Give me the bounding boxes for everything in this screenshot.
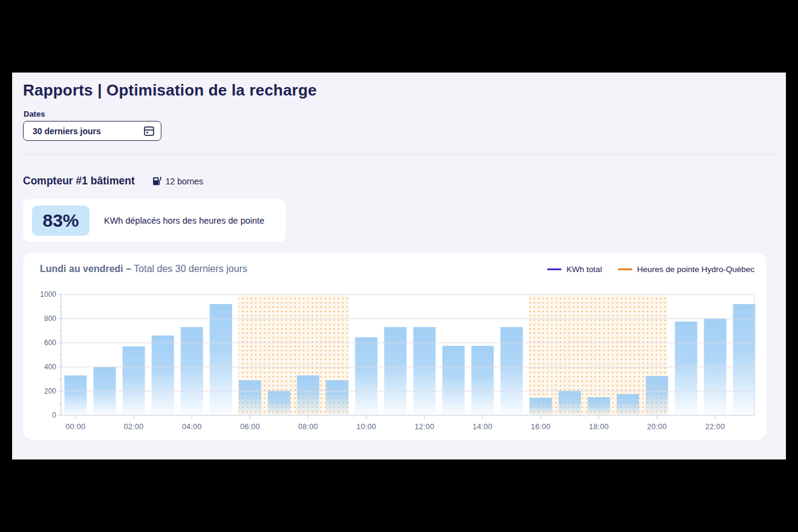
x-tick-label: 16:00 <box>531 423 551 431</box>
meter-header: Compteur #1 bâtiment 12 bornes <box>23 175 203 187</box>
date-range-value: 30 derniers jours <box>33 126 101 136</box>
page-title: Rapports | Optimisation de la recharge <box>23 81 317 100</box>
chart-bar <box>210 304 232 415</box>
x-tick-label: 04:00 <box>182 423 202 431</box>
hourly-kwh-bar-chart: 0200400600800100000:0002:0004:0006:0008:… <box>23 253 767 440</box>
report-page: Rapports | Optimisation de la recharge D… <box>12 73 786 459</box>
meter-name: Compteur #1 bâtiment <box>23 175 135 187</box>
section-divider <box>23 154 775 155</box>
stations-count: 12 bornes <box>152 176 203 186</box>
chart-bar <box>530 398 552 415</box>
x-tick-label: 02:00 <box>124 423 144 431</box>
calendar-icon <box>143 125 155 137</box>
y-tick-label: 200 <box>44 387 56 395</box>
chart-bar <box>646 376 668 415</box>
x-tick-label: 12:00 <box>415 423 435 431</box>
x-tick-label: 20:00 <box>647 423 667 431</box>
chart-bar <box>675 322 697 415</box>
y-tick-label: 0 <box>52 411 56 420</box>
chart-bar <box>501 327 523 415</box>
kpi-card: 83% KWh déplacés hors des heures de poin… <box>23 199 286 242</box>
x-tick-label: 10:00 <box>356 423 376 431</box>
y-tick-label: 1000 <box>40 290 56 299</box>
x-tick-label: 06:00 <box>240 423 260 431</box>
chart-bar <box>355 337 377 415</box>
x-tick-label: 08:00 <box>298 423 318 431</box>
chart-bar <box>443 346 465 415</box>
chart-bar <box>326 380 348 415</box>
kpi-value-badge: 83% <box>32 206 89 236</box>
chart-bar <box>588 397 610 415</box>
y-tick-label: 800 <box>44 314 56 323</box>
y-tick-label: 400 <box>44 363 56 371</box>
chart-bar <box>268 391 290 415</box>
x-tick-label: 22:00 <box>706 423 725 431</box>
x-tick-label: 14:00 <box>473 423 493 431</box>
chart-bar <box>384 327 406 415</box>
x-tick-label: 18:00 <box>589 423 609 431</box>
stations-count-label: 12 bornes <box>166 177 203 186</box>
chart-bar <box>152 336 174 415</box>
chart-bar <box>733 304 756 415</box>
date-range-select[interactable]: 30 derniers jours <box>23 121 161 141</box>
dates-label: Dates <box>24 109 45 118</box>
kpi-label: KWh déplacés hors des heures de pointe <box>104 216 264 225</box>
chart-bar <box>559 391 581 415</box>
chart-bar <box>297 375 319 415</box>
chart-bar <box>617 394 639 415</box>
chart-bar <box>181 327 203 415</box>
chart-bar <box>123 346 145 415</box>
y-tick-label: 600 <box>44 339 56 347</box>
chart-bar <box>65 375 87 415</box>
chart-bar <box>239 380 261 415</box>
chart-card: Lundi au vendredi – Total des 30 dernier… <box>23 253 767 440</box>
chart-bar <box>472 346 494 415</box>
x-tick-label: 00:00 <box>66 423 86 431</box>
charging-station-icon <box>152 176 162 186</box>
chart-bar <box>414 327 436 415</box>
